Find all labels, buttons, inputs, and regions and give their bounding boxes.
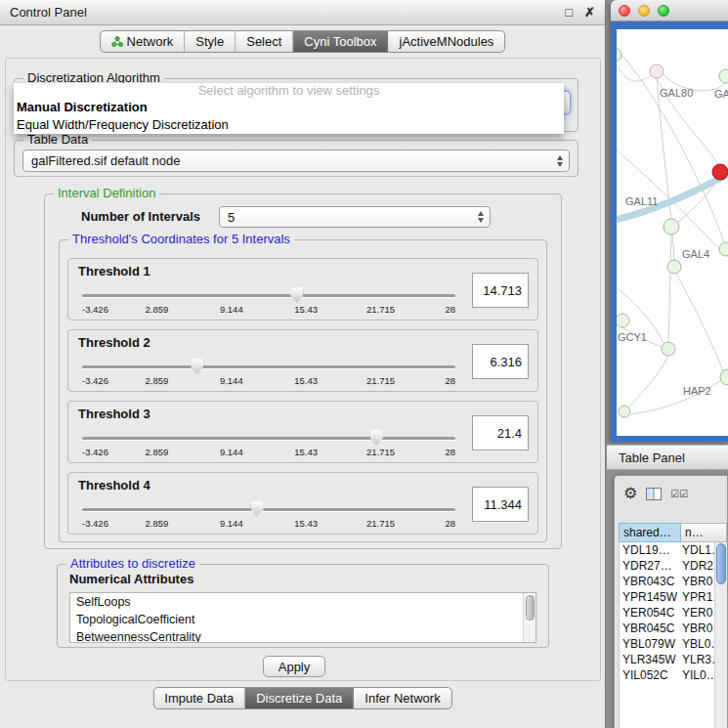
attribute-list-item[interactable]: TopologicalCoefficient <box>70 611 535 628</box>
table-cell[interactable]: YER0… <box>680 606 714 620</box>
algorithm-option[interactable]: Manual Discretization <box>14 99 564 116</box>
table-row[interactable]: YBL079WYBL0… <box>620 636 714 652</box>
table-rows: YDL19…YDL1…YDR27…YDR2…YBR043CYBR0…YPR145… <box>619 542 714 728</box>
network-node[interactable] <box>662 342 675 356</box>
algorithm-dropdown-popup: Select algorithm to view settings Manual… <box>14 83 564 134</box>
gear-icon[interactable]: ⚙ <box>623 486 637 501</box>
table-cell[interactable]: YPR1… <box>680 590 714 604</box>
tab-label: Discretize Data <box>256 691 342 706</box>
attributes-scrollbar[interactable] <box>523 593 535 642</box>
threshold-label: Threshold 4 <box>78 478 150 492</box>
network-node[interactable] <box>617 314 629 327</box>
table-data-combobox[interactable]: galFiltered.sif default node <box>22 150 570 172</box>
float-window-icon[interactable]: □ <box>565 5 573 20</box>
slider-thumb[interactable] <box>191 359 203 374</box>
columns-icon[interactable] <box>646 488 662 500</box>
minimize-traffic-light-icon[interactable] <box>638 5 650 17</box>
slider-track[interactable] <box>82 294 455 297</box>
slider-track[interactable] <box>82 508 455 511</box>
table-row[interactable]: YLR345WYLR3… <box>620 652 714 667</box>
table-row[interactable]: YIL052CYIL0… <box>620 667 714 683</box>
apply-button[interactable]: Apply <box>263 656 325 677</box>
table-cell[interactable]: YBR043C <box>620 575 680 588</box>
table-cell[interactable]: YDR2… <box>680 559 714 573</box>
slider-thumb[interactable] <box>290 287 303 303</box>
slider-track[interactable] <box>82 365 455 368</box>
table-scrollbar-thumb[interactable] <box>716 543 726 584</box>
table-cell[interactable]: YDL1… <box>680 543 714 557</box>
attributes-scrollbar-thumb[interactable] <box>526 595 535 621</box>
table-scrollbar[interactable] <box>714 542 727 728</box>
network-node[interactable] <box>617 48 621 62</box>
table-cell[interactable]: YPR145W <box>620 590 680 604</box>
table-cell[interactable]: YDR27… <box>620 559 680 573</box>
table-column-header[interactable]: n… <box>681 523 727 542</box>
close-traffic-light-icon[interactable] <box>619 5 630 17</box>
threshold-value-box[interactable]: 14.713 <box>472 273 529 308</box>
thresholds-list: Threshold 1-3.4262.8599.14415.4321.71528… <box>60 258 546 535</box>
slider-thumb[interactable] <box>370 430 383 446</box>
table-cell[interactable]: YDL19… <box>620 543 680 557</box>
network-canvas[interactable]: GAL80GALGAL11GAL4GCY1HAP2 <box>617 29 728 436</box>
bottom-tab-impute-data[interactable]: Impute Data <box>153 688 245 708</box>
network-node[interactable] <box>667 260 681 274</box>
tab-jactivemnodules[interactable]: jActiveMNodules <box>389 31 505 52</box>
select-columns-icon[interactable]: ☑☑ <box>670 489 688 499</box>
tab-network[interactable]: Network <box>101 31 186 52</box>
table-cell[interactable]: YBR0… <box>680 575 714 588</box>
tab-cyni-toolbox[interactable]: Cyni Toolbox <box>293 31 388 52</box>
table-row[interactable]: YER054CYER0… <box>620 605 714 621</box>
slider-tick-label: 2.859 <box>146 447 169 457</box>
attribute-list-item[interactable]: BetweennessCentrality <box>70 628 535 643</box>
table-cell[interactable]: YLR3… <box>680 653 714 666</box>
network-window-titlebar[interactable] <box>611 0 728 21</box>
threshold-slider: -3.4262.8599.14415.4321.71528 <box>82 356 455 389</box>
table-cell[interactable]: YBL079W <box>620 637 680 651</box>
close-window-icon[interactable]: ✗ <box>584 5 595 20</box>
bottom-tab-infer-network[interactable]: Infer Network <box>354 688 450 708</box>
table-cell[interactable]: YER054C <box>620 606 680 620</box>
table-row[interactable]: YPR145WYPR1… <box>620 589 714 605</box>
network-node[interactable] <box>664 219 679 235</box>
network-edge[interactable] <box>628 356 668 407</box>
threshold-value-box[interactable]: 6.316 <box>472 344 529 379</box>
network-node[interactable] <box>719 242 728 256</box>
table-cell[interactable]: YIL052C <box>620 668 680 682</box>
network-edge[interactable] <box>672 235 674 260</box>
table-cell[interactable]: YBR045C <box>620 621 680 635</box>
tab-select[interactable]: Select <box>236 31 293 52</box>
network-edge[interactable] <box>676 274 723 371</box>
network-node[interactable] <box>619 406 630 417</box>
table-column-header[interactable]: shared… <box>619 523 681 542</box>
network-edge[interactable] <box>617 62 652 81</box>
table-row[interactable]: YDR27…YDR2… <box>620 558 714 574</box>
attribute-list-item[interactable]: SelfLoops <box>70 593 535 611</box>
algorithm-option[interactable]: Equal Width/Frequency Discretization <box>14 116 564 134</box>
bottom-tab-discretize-data[interactable]: Discretize Data <box>245 688 354 708</box>
table-panel-title: Table Panel <box>619 450 685 465</box>
slider-tick-label: 2.859 <box>146 375 169 386</box>
zoom-traffic-light-icon[interactable] <box>658 5 669 17</box>
table-cell[interactable]: YBR0… <box>680 621 714 635</box>
number-of-intervals-combobox[interactable]: 5 <box>219 206 491 228</box>
network-edge[interactable] <box>668 235 671 342</box>
table-cell[interactable]: YBL0… <box>680 637 714 651</box>
slider-track[interactable] <box>82 437 455 440</box>
table-row[interactable]: YBR045CYBR0… <box>620 621 714 636</box>
network-node[interactable] <box>720 369 728 385</box>
slider-thumb[interactable] <box>251 501 264 517</box>
threshold-label: Threshold 1 <box>78 264 150 278</box>
network-node[interactable] <box>712 164 728 180</box>
tab-style[interactable]: Style <box>185 31 236 52</box>
table-row[interactable]: YDL19…YDL1… <box>620 542 714 558</box>
table-cell[interactable]: YIL0… <box>680 668 714 682</box>
table-row[interactable]: YBR043CYBR0… <box>620 574 714 589</box>
threshold-value-box[interactable]: 11.344 <box>472 487 529 522</box>
network-node[interactable] <box>650 64 664 78</box>
network-node[interactable] <box>719 69 728 83</box>
slider-tick-label: -3.426 <box>82 518 108 529</box>
numerical-attributes-list[interactable]: SelfLoopsTopologicalCoefficientBetweenne… <box>69 592 536 643</box>
slider-tick-label: 28 <box>445 518 455 529</box>
threshold-value-box[interactable]: 21.4 <box>472 415 529 450</box>
table-cell[interactable]: YLR345W <box>620 653 680 666</box>
